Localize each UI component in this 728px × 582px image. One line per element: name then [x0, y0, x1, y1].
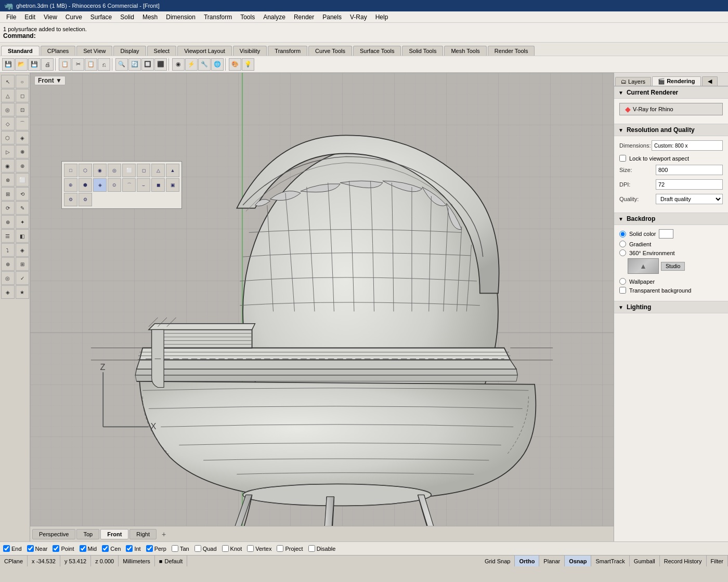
palette-btn-10[interactable]: ⬢: [79, 178, 92, 192]
osnap-cb-tan[interactable]: [172, 545, 178, 552]
lock-viewport-checkbox[interactable]: [619, 155, 626, 162]
menu-tools[interactable]: Tools: [236, 12, 259, 22]
planar-btn[interactable]: Planar: [539, 555, 565, 566]
gumball-btn[interactable]: Gumball: [630, 555, 660, 566]
sidebar-btn-6-0[interactable]: ◉: [1, 159, 15, 173]
osnap-cb-disable[interactable]: [308, 545, 315, 552]
toolbar-btn-7[interactable]: ⎌: [98, 58, 110, 71]
tab-viewport-layout[interactable]: Viewport Layout: [177, 46, 232, 56]
sidebar-btn-2-1[interactable]: ⊡: [16, 103, 29, 116]
sidebar-btn-4-1[interactable]: ◈: [16, 131, 29, 144]
menu-analyze[interactable]: Analyze: [259, 12, 290, 22]
palette-btn-4[interactable]: ◎: [108, 164, 121, 177]
rpanel-tab-rendering[interactable]: 🎬 Rendering: [652, 76, 700, 86]
sidebar-btn-4-0[interactable]: ⬡: [1, 131, 15, 144]
transparent-bg-checkbox[interactable]: [619, 287, 626, 294]
osnap-point[interactable]: Point: [53, 545, 74, 552]
sidebar-btn-9-0[interactable]: ⟳: [1, 201, 15, 215]
sidebar-btn-9-1[interactable]: ✎: [16, 201, 29, 215]
sidebar-btn-3-1[interactable]: ⌒: [16, 117, 29, 130]
palette-btn-11[interactable]: ◈: [93, 178, 107, 192]
toolbar-btn-10[interactable]: 🔲: [141, 58, 154, 71]
sidebar-btn-11-0[interactable]: ☰: [1, 229, 15, 243]
studio-btn[interactable]: Studio: [661, 262, 685, 271]
current-renderer-header[interactable]: ▼ Current Renderer: [614, 86, 728, 99]
palette-btn-13[interactable]: ⌒: [122, 178, 136, 192]
menu-v-ray[interactable]: V-Ray: [346, 12, 371, 22]
sidebar-btn-12-1[interactable]: ◈: [16, 243, 29, 257]
sidebar-btn-0-0[interactable]: ↖: [1, 75, 15, 88]
tab-transform[interactable]: Transform: [268, 46, 307, 56]
sidebar-btn-1-1[interactable]: ◻: [16, 89, 29, 102]
sidebar-btn-0-1[interactable]: ○: [16, 75, 29, 88]
palette-btn-14[interactable]: ⌣: [137, 178, 150, 192]
sidebar-btn-14-1[interactable]: ✓: [16, 271, 29, 285]
osnap-cb-vertex[interactable]: [247, 545, 254, 552]
menu-dimension[interactable]: Dimension: [162, 12, 200, 22]
sidebar-btn-6-1[interactable]: ⊕: [16, 159, 29, 173]
osnap-quad[interactable]: Quad: [194, 545, 217, 552]
menu-curve[interactable]: Curve: [61, 12, 86, 22]
toolbar-btn-16[interactable]: 🎨: [229, 58, 241, 71]
rpanel-tab-layers[interactable]: 🗂 Layers: [615, 77, 651, 86]
menu-edit[interactable]: Edit: [20, 12, 40, 22]
toolbar-btn-17[interactable]: 💡: [242, 58, 254, 71]
vp-tab-right[interactable]: Right: [129, 529, 157, 539]
osnap-cb-knot[interactable]: [222, 545, 229, 552]
tab-visibility[interactable]: Visibility: [233, 46, 267, 56]
menu-mesh[interactable]: Mesh: [138, 12, 162, 22]
tab-set-view[interactable]: Set View: [76, 46, 112, 56]
osnap-disable[interactable]: Disable: [308, 545, 336, 552]
sidebar-btn-12-0[interactable]: ⤵: [1, 243, 15, 257]
sidebar-btn-7-0[interactable]: ⊗: [1, 173, 15, 187]
record-history-btn[interactable]: Record History: [660, 555, 707, 566]
vp-tab-perspective[interactable]: Perspective: [32, 529, 75, 539]
sidebar-btn-10-0[interactable]: ⊕: [1, 215, 15, 229]
tab-cplanes[interactable]: CPlanes: [41, 46, 76, 56]
ortho-btn[interactable]: Ortho: [515, 555, 539, 566]
osnap-cb-project[interactable]: [277, 545, 283, 552]
toolbar-btn-2[interactable]: 💾: [28, 58, 41, 71]
palette-btn-16[interactable]: ▣: [166, 178, 179, 192]
palette-btn-1[interactable]: □: [64, 164, 77, 177]
osnap-mid[interactable]: Mid: [80, 545, 97, 552]
palette-btn-18[interactable]: ⚙: [79, 193, 92, 206]
toolbar-btn-4[interactable]: 📋: [59, 58, 71, 71]
osnap-cb-near[interactable]: [27, 545, 34, 552]
tab-display[interactable]: Display: [113, 46, 146, 56]
solid-color-radio[interactable]: [619, 231, 626, 237]
osnap-perp[interactable]: Perp: [146, 545, 166, 552]
sidebar-btn-2-0[interactable]: ◎: [1, 103, 15, 116]
sidebar-btn-11-1[interactable]: ◧: [16, 229, 29, 243]
osnap-btn[interactable]: Osnap: [565, 555, 591, 566]
menu-solid[interactable]: Solid: [116, 12, 138, 22]
osnap-cen[interactable]: Cen: [102, 545, 121, 552]
sidebar-btn-3-0[interactable]: ◇: [1, 117, 15, 130]
lighting-header[interactable]: ▼ Lighting: [614, 301, 728, 313]
sidebar-btn-5-0[interactable]: ▷: [1, 145, 15, 158]
menu-surface[interactable]: Surface: [86, 12, 116, 22]
tab-mesh-tools[interactable]: Mesh Tools: [444, 46, 486, 56]
tab-solid-tools[interactable]: Solid Tools: [402, 46, 443, 56]
dimensions-input[interactable]: [652, 140, 723, 151]
quality-select[interactable]: Draft quality: [656, 194, 723, 204]
backdrop-header[interactable]: ▼ Backdrop: [614, 213, 728, 225]
menu-file[interactable]: File: [2, 12, 20, 22]
sidebar-btn-13-1[interactable]: ⊞: [16, 257, 29, 271]
sidebar-btn-15-1[interactable]: ★: [16, 285, 29, 299]
osnap-int[interactable]: Int: [126, 545, 140, 552]
vp-tab-front[interactable]: Front: [100, 529, 128, 539]
osnap-vertex[interactable]: Vertex: [247, 545, 271, 552]
menu-render[interactable]: Render: [290, 12, 318, 22]
osnap-cb-perp[interactable]: [146, 545, 153, 552]
osnap-cb-point[interactable]: [53, 545, 59, 552]
toolbar-btn-11[interactable]: ⬛: [154, 58, 167, 71]
smarttrack-btn[interactable]: SmartTrack: [591, 555, 629, 566]
toolbar-btn-12[interactable]: ◉: [172, 58, 185, 71]
toolbar-btn-15[interactable]: 🌐: [211, 58, 224, 71]
menu-transform[interactable]: Transform: [200, 12, 236, 22]
toolbar-btn-8[interactable]: 🔍: [115, 58, 128, 71]
size-input[interactable]: [656, 165, 723, 175]
gradient-radio[interactable]: [619, 241, 626, 247]
grid-snap-btn[interactable]: Grid Snap: [480, 555, 515, 566]
